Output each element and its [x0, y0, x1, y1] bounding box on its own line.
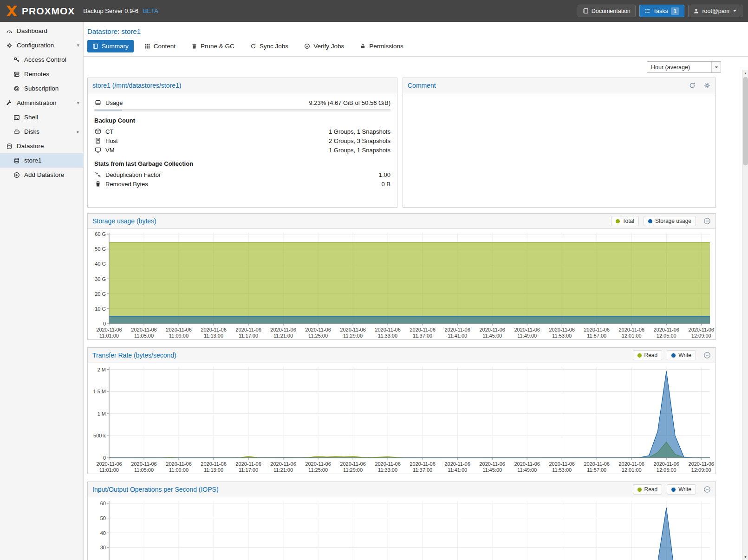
- svg-text:11:21:00: 11:21:00: [273, 333, 293, 339]
- comment-panel-body[interactable]: [403, 93, 715, 103]
- user-menu-button[interactable]: root@pam: [688, 5, 742, 17]
- svg-text:12:01:00: 12:01:00: [622, 333, 642, 339]
- server-icon: [13, 71, 20, 78]
- sidebar-item-access-control[interactable]: Access Control: [0, 52, 83, 67]
- check-circle-icon: [304, 43, 310, 49]
- svg-text:11:45:00: 11:45:00: [482, 467, 502, 473]
- svg-text:12:01:00: 12:01:00: [622, 467, 642, 473]
- svg-text:2020-11-06: 2020-11-06: [340, 327, 365, 332]
- svg-text:30: 30: [100, 545, 106, 550]
- svg-text:2 M: 2 M: [98, 367, 106, 372]
- scrollbar-thumb[interactable]: [743, 77, 748, 165]
- sidebar-item-add-datastore[interactable]: Add Datastore: [0, 168, 83, 182]
- svg-text:2020-11-06: 2020-11-06: [689, 461, 714, 467]
- legend-label: Write: [678, 486, 691, 493]
- svg-text:0: 0: [103, 321, 106, 326]
- svg-text:2020-11-06: 2020-11-06: [340, 461, 365, 467]
- legend-dot: [671, 353, 676, 358]
- svg-text:2020-11-06: 2020-11-06: [514, 461, 540, 467]
- gear-icon[interactable]: [703, 82, 711, 89]
- vm-label: VM: [105, 147, 115, 154]
- tab-bar: Summary Content Prune & GC Sync Jobs Ver…: [84, 39, 748, 57]
- book-icon: [92, 43, 98, 49]
- life-ring-icon: [13, 85, 20, 92]
- svg-text:11:13:00: 11:13:00: [204, 333, 223, 339]
- panel-title: Transfer Rate (bytes/second): [92, 352, 176, 359]
- refresh-icon[interactable]: [689, 82, 696, 89]
- proxmox-logo-icon: [6, 5, 18, 17]
- tab-permissions[interactable]: Permissions: [355, 40, 409, 52]
- usage-label: Usage: [105, 99, 123, 106]
- sidebar-item-datastore[interactable]: Datastore: [0, 139, 83, 153]
- svg-text:11:29:00: 11:29:00: [343, 467, 363, 473]
- sidebar-item-remotes[interactable]: Remotes: [0, 67, 83, 81]
- datastore-summary-panel: store1 (/mnt/datastores/store1) Usage 9.…: [87, 78, 397, 208]
- summary-panel-header: store1 (/mnt/datastores/store1): [88, 78, 397, 93]
- host-count-row: Host 2 Groups, 3 Snapshots: [94, 136, 390, 145]
- sidebar-item-administration[interactable]: Administration ▾: [0, 96, 83, 110]
- collapse-icon[interactable]: [703, 486, 711, 493]
- tab-content[interactable]: Content: [139, 40, 181, 52]
- svg-text:11:21:00: 11:21:00: [273, 467, 293, 473]
- svg-text:2020-11-06: 2020-11-06: [444, 327, 470, 332]
- brand-text: PROXMOX: [22, 6, 75, 17]
- legend-write[interactable]: Write: [667, 350, 696, 360]
- svg-text:2020-11-06: 2020-11-06: [166, 461, 191, 467]
- svg-text:11:49:00: 11:49:00: [517, 467, 537, 473]
- scroll-down-arrow[interactable]: ▼: [742, 553, 748, 560]
- tab-verify-jobs[interactable]: Verify Jobs: [299, 40, 349, 52]
- top-bar: PROXMOX Backup Server 0.9-6 BETA Documen…: [0, 0, 748, 22]
- timeframe-value: Hour (average): [647, 64, 711, 71]
- removed-bytes-label: Removed Bytes: [105, 181, 148, 188]
- tab-summary[interactable]: Summary: [87, 40, 134, 52]
- legend-storage-usage[interactable]: Storage usage: [644, 216, 696, 226]
- user-icon: [693, 8, 699, 14]
- host-label: Host: [105, 137, 118, 144]
- sidebar-item-subscription[interactable]: Subscription: [0, 81, 83, 96]
- tasks-button[interactable]: Tasks 1: [639, 5, 685, 17]
- tab-prune-gc[interactable]: Prune & GC: [186, 40, 240, 52]
- svg-text:2020-11-06: 2020-11-06: [201, 461, 226, 467]
- terminal-icon: [13, 114, 20, 121]
- usage-row: Usage 9.23% (4.67 GiB of 50.56 GiB): [94, 98, 390, 107]
- legend-label: Storage usage: [655, 218, 691, 224]
- ct-value: 1 Groups, 1 Snapshots: [329, 128, 390, 135]
- svg-text:2020-11-06: 2020-11-06: [305, 461, 331, 467]
- tab-sync-jobs[interactable]: Sync Jobs: [245, 40, 293, 52]
- documentation-label: Documentation: [592, 8, 631, 14]
- iops-panel-header: Input/Output Operations per Second (IOPS…: [88, 482, 715, 497]
- sidebar-item-label: Access Control: [24, 56, 79, 63]
- beta-link[interactable]: BETA: [143, 7, 158, 14]
- documentation-button[interactable]: Documentation: [578, 5, 636, 17]
- svg-text:11:01:00: 11:01:00: [99, 467, 119, 473]
- sidebar-item-store1[interactable]: store1: [0, 153, 83, 168]
- main-content: Datastore: store1 Summary Content Prune …: [84, 22, 748, 560]
- sidebar-item-disks[interactable]: Disks ▸: [0, 124, 83, 139]
- svg-text:2020-11-06: 2020-11-06: [584, 461, 609, 467]
- scroll-up-arrow[interactable]: ▲: [742, 70, 748, 76]
- svg-text:2020-11-06: 2020-11-06: [689, 327, 714, 332]
- legend-read[interactable]: Read: [633, 350, 663, 360]
- legend-dot: [648, 219, 652, 223]
- trash-icon: [191, 43, 197, 49]
- sidebar-item-shell[interactable]: Shell: [0, 110, 83, 124]
- dedup-value: 1.00: [379, 171, 390, 178]
- svg-text:2020-11-06: 2020-11-06: [618, 461, 644, 467]
- legend-read[interactable]: Read: [633, 484, 663, 495]
- transfer-rate-chart: 0500 k1 M1.5 M2 M2020-11-0611:01:002020-…: [88, 363, 715, 474]
- sidebar-item-configuration[interactable]: Configuration ▾: [0, 38, 83, 52]
- host-value: 2 Groups, 3 Snapshots: [329, 137, 390, 144]
- collapse-icon[interactable]: [703, 217, 711, 225]
- sidebar-item-label: Administration: [17, 99, 73, 106]
- book-icon: [583, 8, 589, 14]
- cube-icon: [94, 128, 102, 135]
- timeframe-select[interactable]: Hour (average): [647, 61, 721, 73]
- svg-text:11:37:00: 11:37:00: [413, 333, 432, 339]
- sidebar-item-dashboard[interactable]: Dashboard: [0, 24, 83, 38]
- collapse-icon[interactable]: [703, 352, 711, 359]
- legend-total[interactable]: Total: [611, 216, 639, 226]
- trash-icon: [94, 181, 102, 187]
- sidebar-item-label: Subscription: [24, 85, 79, 92]
- legend-write[interactable]: Write: [667, 484, 696, 495]
- vertical-scrollbar[interactable]: ▲ ▼: [742, 70, 748, 560]
